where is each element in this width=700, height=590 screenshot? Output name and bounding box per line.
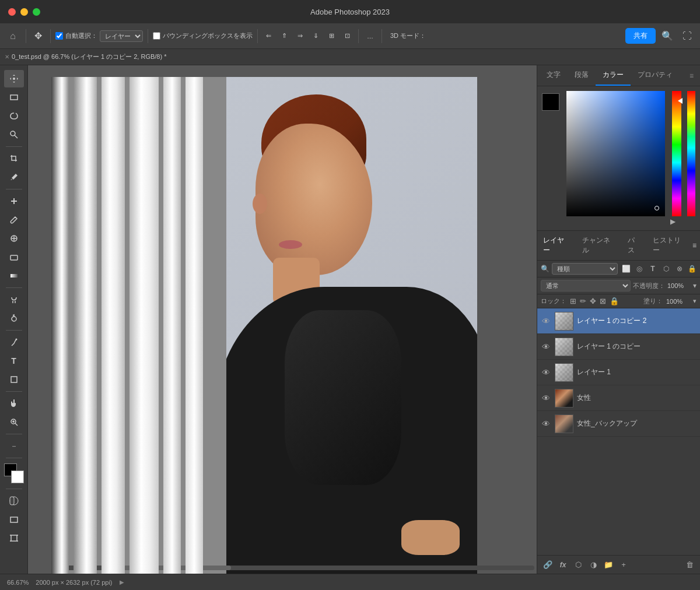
- layer-visibility-btn[interactable]: 👁: [541, 342, 551, 352]
- distribute-v-btn[interactable]: ⊡: [341, 30, 354, 41]
- opacity-value[interactable]: 100%: [667, 282, 691, 289]
- align-right-btn[interactable]: ⇒: [294, 30, 306, 41]
- tab-character[interactable]: 文字: [540, 65, 568, 86]
- hand-tool[interactable]: [4, 395, 24, 412]
- more-tools-btn[interactable]: ···: [4, 437, 24, 455]
- fill-value[interactable]: 100%: [666, 298, 690, 305]
- brush-tool[interactable]: [4, 211, 24, 229]
- add-mask-btn[interactable]: ⬡: [571, 558, 585, 572]
- minimize-button[interactable]: [20, 8, 28, 16]
- layers-tab-options[interactable]: ≡: [692, 231, 700, 260]
- share-button[interactable]: 共有: [625, 28, 656, 44]
- adjustment-btn[interactable]: ◑: [586, 558, 600, 572]
- fill-expand-btn[interactable]: ▾: [693, 297, 696, 305]
- tab-layers[interactable]: レイヤー: [537, 231, 576, 260]
- hue-slider[interactable]: [672, 91, 681, 216]
- more-options-btn[interactable]: …: [363, 31, 377, 41]
- align-left-btn[interactable]: ⇐: [262, 30, 275, 41]
- layer-row[interactable]: 👁 レイヤー 1 のコピー: [537, 334, 700, 360]
- close-button[interactable]: [8, 8, 16, 16]
- auto-select-checkbox[interactable]: [55, 32, 63, 40]
- eyedropper-tool[interactable]: [4, 168, 24, 186]
- tab-paragraph[interactable]: 段落: [568, 65, 596, 86]
- filter-text-btn[interactable]: T: [647, 263, 659, 275]
- crop-tool[interactable]: [4, 150, 24, 167]
- traffic-lights[interactable]: [8, 8, 40, 16]
- color-mini-bar[interactable]: [687, 91, 695, 216]
- shape-tool[interactable]: [4, 371, 24, 388]
- tab-properties[interactable]: プロパティ: [631, 65, 680, 86]
- zoom-tool[interactable]: [4, 413, 24, 431]
- panel-options-icon[interactable]: ≡: [690, 72, 698, 80]
- delete-layer-btn[interactable]: 🗑: [682, 558, 696, 572]
- lock-row: ロック： ⊞ ✏ ✥ ⊠ 🔒 塗り： 100% ▾: [537, 294, 700, 308]
- align-top-btn[interactable]: ⇑: [278, 30, 290, 41]
- color-gradient-picker[interactable]: [566, 91, 665, 216]
- lock-artboard-btn[interactable]: ⊠: [600, 297, 606, 305]
- distribute-h-btn[interactable]: ⊞: [326, 30, 338, 41]
- select-rect-tool[interactable]: [4, 89, 24, 106]
- pen-tool[interactable]: [4, 333, 24, 351]
- home-icon[interactable]: ⌂: [5, 28, 21, 44]
- expand-button[interactable]: ⛶: [679, 28, 695, 44]
- new-layer-btn[interactable]: +: [617, 558, 631, 572]
- opacity-expand-btn[interactable]: ▾: [693, 282, 696, 290]
- layer-row[interactable]: 👁 女性: [537, 385, 700, 411]
- fx-btn[interactable]: fx: [556, 558, 570, 572]
- move-tool-btn[interactable]: ✥: [31, 29, 46, 43]
- magic-wand-tool[interactable]: [4, 126, 24, 143]
- lock-move-btn[interactable]: ✥: [590, 297, 596, 305]
- color-swatches[interactable]: [4, 463, 24, 483]
- lock-checker-btn[interactable]: ⊞: [570, 297, 576, 305]
- tab-channels[interactable]: チャンネル: [576, 231, 622, 260]
- blend-mode-dropdown[interactable]: 通常: [541, 280, 631, 292]
- filter-lock-icon[interactable]: 🔒: [688, 265, 696, 273]
- screen-mode-btn[interactable]: [4, 511, 24, 528]
- align-bottom-btn[interactable]: ⇓: [310, 30, 322, 41]
- tab-history[interactable]: ヒストリー: [647, 231, 692, 260]
- dodge-tool[interactable]: [4, 310, 24, 327]
- filter-pixel-btn[interactable]: ⬜: [620, 263, 632, 275]
- blur-tool[interactable]: [4, 291, 24, 308]
- artboard-btn[interactable]: [4, 529, 24, 547]
- layer-row[interactable]: 👁 女性_バックアップ: [537, 411, 700, 437]
- maximize-button[interactable]: [33, 8, 40, 16]
- filter-smart-btn[interactable]: ⊗: [674, 263, 685, 275]
- layer-row[interactable]: 👁 レイヤー 1: [537, 360, 700, 385]
- tool-separator-5: [6, 391, 22, 392]
- app-title: Adobe Photoshop 2023: [310, 8, 390, 16]
- lock-brush-btn[interactable]: ✏: [580, 297, 586, 305]
- layer-visibility-btn[interactable]: 👁: [541, 419, 551, 429]
- quick-mask-btn[interactable]: [4, 492, 24, 510]
- gradient-tool[interactable]: [4, 267, 24, 285]
- clone-tool[interactable]: [4, 230, 24, 247]
- layer-visibility-btn[interactable]: 👁: [541, 316, 551, 326]
- filter-type-dropdown[interactable]: 種順: [552, 263, 618, 275]
- group-btn[interactable]: 📁: [601, 558, 615, 572]
- lock-all-btn[interactable]: 🔒: [610, 297, 619, 305]
- move-tool[interactable]: [4, 70, 24, 87]
- search-button[interactable]: 🔍: [659, 28, 676, 44]
- color-fg-swatch[interactable]: [542, 93, 559, 111]
- lasso-tool[interactable]: [4, 107, 24, 125]
- tab-title[interactable]: 0_test.psd @ 66.7% (レイヤー 1 のコピー 2, RGB/8…: [12, 52, 166, 61]
- link-layers-btn[interactable]: 🔗: [541, 558, 555, 572]
- layer-row[interactable]: 👁 レイヤー 1 のコピー 2: [537, 308, 700, 334]
- tool-separator-4: [6, 330, 22, 331]
- svg-rect-8: [10, 274, 18, 278]
- status-arrow[interactable]: ▶: [120, 579, 124, 585]
- eraser-tool[interactable]: [4, 248, 24, 266]
- text-tool[interactable]: T: [4, 352, 24, 370]
- tab-color[interactable]: カラー: [596, 65, 631, 86]
- canvas-area[interactable]: [28, 65, 537, 574]
- layer-visibility-btn[interactable]: 👁: [541, 393, 551, 403]
- healing-tool[interactable]: [4, 192, 24, 210]
- tab-close-btn[interactable]: ✕: [5, 54, 9, 60]
- tab-paths[interactable]: パス: [622, 231, 647, 260]
- layer-visibility-btn[interactable]: 👁: [541, 367, 551, 378]
- layer-select-dropdown[interactable]: レイヤー: [100, 30, 143, 42]
- filter-adjust-btn[interactable]: ◎: [634, 263, 645, 275]
- background-color[interactable]: [11, 470, 24, 483]
- filter-shape-btn[interactable]: ⬡: [660, 263, 672, 275]
- bounding-box-checkbox[interactable]: [153, 32, 160, 40]
